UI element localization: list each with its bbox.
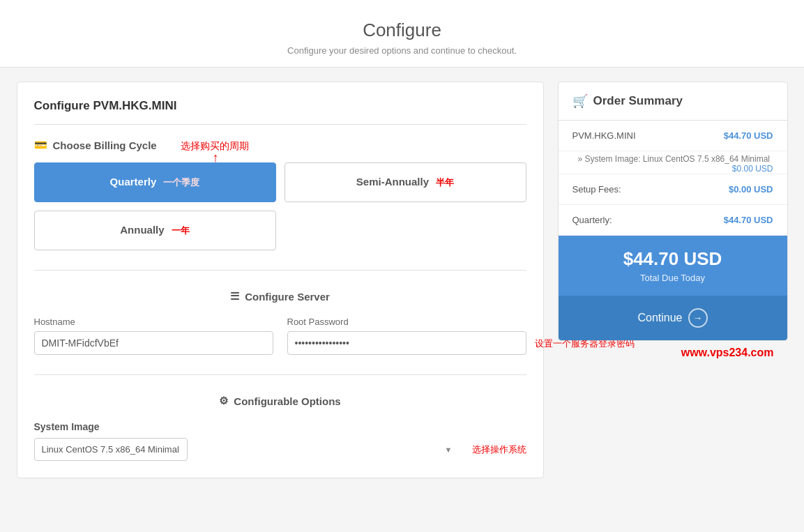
configurable-options-label: Configurable Options: [234, 395, 340, 407]
billing-cycle-header: 💳 Choose Billing Cycle: [34, 139, 526, 151]
billing-grid: Quarterly 一个季度 Semi-Annually 半年 Annually…: [34, 162, 526, 250]
configure-server-title: ☰ Configure Server: [34, 290, 526, 303]
password-input[interactable]: [287, 331, 526, 355]
setup-fees-price: $0.00 USD: [729, 184, 773, 195]
semi-annually-label: Semi-Annually: [356, 176, 429, 188]
hostname-label: Hostname: [34, 317, 273, 327]
configurable-options-section: ⚙ Configurable Options System Image Linu…: [34, 395, 526, 461]
page-title: Configure: [0, 20, 804, 41]
order-summary-box: 🛒 Order Summary PVM.HKG.MINI $44.70 USD …: [558, 82, 788, 341]
total-amount: $44.70 USD: [572, 248, 773, 270]
system-image-detail-label: » System Image: Linux CentOS 7.5 x86_64 …: [578, 154, 770, 164]
system-image-row: Linux CentOS 7.5 x86_64 Minimal Linux Ub…: [34, 438, 526, 461]
system-image-detail: » System Image: Linux CentOS 7.5 x86_64 …: [559, 151, 787, 174]
password-group: Root Password 设置一个服务器登录密码: [287, 317, 526, 355]
system-image-select[interactable]: Linux CentOS 7.5 x86_64 Minimal Linux Ub…: [34, 438, 188, 461]
page-subtitle: Configure your desired options and conti…: [0, 45, 804, 56]
annually-label: Annually: [120, 224, 164, 236]
billing-quarterly-btn[interactable]: Quarterly 一个季度: [34, 162, 276, 202]
cycle-line: Quarterly: $44.70 USD: [559, 205, 787, 236]
quarterly-chinese: 一个季度: [163, 177, 199, 188]
setup-fees-line: Setup Fees: $0.00 USD: [559, 174, 787, 205]
product-line: PVM.HKG.MINI $44.70 USD: [559, 121, 787, 151]
billing-cycle-icon: 💳: [34, 139, 47, 151]
configure-server-section: ☰ Configure Server Hostname Root Passwor…: [34, 290, 526, 375]
continue-btn-container: 最后点击进入下一步 → Continue →: [559, 296, 787, 340]
password-label: Root Password: [287, 317, 526, 327]
product-name: PVM.HKG.MINI: [572, 130, 636, 141]
billing-cycle-section: 💳 Choose Billing Cycle 选择购买的周期 ↑ Quarter…: [34, 139, 526, 271]
cart-icon: 🛒: [572, 93, 588, 109]
billing-annually-btn[interactable]: Annually 一年: [34, 211, 276, 250]
system-image-annotation: 选择操作系统: [472, 443, 526, 456]
configurable-options-title: ⚙ Configurable Options: [34, 395, 526, 407]
setup-fees-label: Setup Fees:: [572, 184, 621, 195]
gear-icon: ⚙: [219, 395, 228, 407]
total-label: Total Due Today: [572, 273, 773, 283]
billing-cycle-label: Choose Billing Cycle: [53, 139, 157, 151]
page-header: Configure Configure your desired options…: [0, 0, 804, 68]
configure-server-label: Configure Server: [245, 291, 330, 303]
right-panel: 🛒 Order Summary PVM.HKG.MINI $44.70 USD …: [558, 82, 788, 478]
order-summary-title: Order Summary: [593, 94, 683, 108]
system-image-label: System Image: [34, 421, 526, 432]
hostname-group: Hostname: [34, 317, 273, 355]
semi-annually-chinese: 半年: [436, 177, 454, 188]
system-image-detail-price: $0.00 USD: [732, 164, 773, 174]
billing-semi-annually-btn[interactable]: Semi-Annually 半年: [285, 162, 526, 202]
continue-label: Continue: [637, 312, 682, 324]
total-box: $44.70 USD Total Due Today: [559, 236, 787, 296]
order-summary-header: 🛒 Order Summary: [559, 82, 787, 121]
continue-button[interactable]: Continue →: [559, 296, 787, 340]
order-summary-inner: PVM.HKG.MINI $44.70 USD » System Image: …: [559, 121, 787, 340]
continue-arrow-icon: →: [688, 308, 708, 328]
product-price: $44.70 USD: [724, 130, 773, 141]
quarterly-label: Quarterly: [110, 176, 157, 188]
annually-chinese: 一年: [172, 225, 190, 236]
panel-title: Configure PVM.HKG.MINI: [34, 99, 526, 125]
configure-server-icon: ☰: [230, 290, 239, 303]
cycle-label: Quarterly:: [572, 215, 612, 225]
hostname-input[interactable]: [34, 331, 273, 355]
main-container: Configure PVM.HKG.MINI 💳 Choose Billing …: [8, 82, 796, 499]
cycle-price: $44.70 USD: [724, 215, 773, 225]
system-image-select-wrapper: Linux CentOS 7.5 x86_64 Minimal Linux Ub…: [34, 438, 460, 461]
left-panel: Configure PVM.HKG.MINI 💳 Choose Billing …: [17, 82, 544, 478]
server-form-row: Hostname Root Password 设置一个服务器登录密码: [34, 317, 526, 355]
